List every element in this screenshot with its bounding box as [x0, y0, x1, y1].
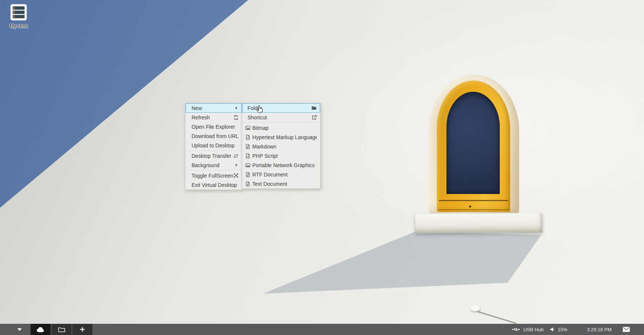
- submenu-item-shortcut[interactable]: Shortcut: [242, 113, 320, 122]
- taskbar-menu-button[interactable]: [14, 324, 25, 335]
- wallpaper-window-frame-edge: [438, 209, 509, 210]
- submenu-item-text-document[interactable]: Text Document: [242, 179, 320, 188]
- server-icon: [10, 4, 27, 21]
- clock-time: 3:29:18 PM: [587, 327, 612, 332]
- menu-item-new[interactable]: New: [186, 103, 242, 113]
- taskbar: USB Hub 15% 3:29:18 PM: [0, 324, 644, 335]
- submenu-item-html[interactable]: Hypertext Markup Language: [242, 132, 320, 142]
- taskbar-status-area: USB Hub 15% 3:29:18 PM: [512, 327, 644, 332]
- menu-item-refresh[interactable]: Refresh: [186, 113, 242, 122]
- text-file-icon: [245, 144, 250, 149]
- taskbar-app-file-explorer[interactable]: [51, 324, 72, 335]
- notifications-button[interactable]: [623, 327, 630, 332]
- folder-icon: [58, 327, 65, 332]
- caret-down-icon: [17, 328, 22, 331]
- external-link-icon: [312, 115, 317, 120]
- volume-status[interactable]: 15%: [550, 327, 567, 332]
- desktop-context-menu: New Refresh Open File Explorer Download …: [185, 103, 242, 190]
- new-submenu: Folder Shortcut Bitmap Hypertext Markup …: [242, 103, 321, 189]
- menu-item-upload-to-desktop[interactable]: Upload to Desktop: [186, 141, 242, 150]
- speaker-icon: [550, 327, 555, 332]
- image-file-icon: [245, 163, 250, 168]
- taskbar-app-cloud[interactable]: [31, 324, 51, 335]
- menu-separator: [186, 170, 242, 170]
- plus-icon: [80, 327, 85, 332]
- menu-separator: [186, 150, 242, 151]
- usb-hub-label: USB Hub: [523, 327, 543, 332]
- wallpaper-window-glass: [446, 92, 500, 194]
- menu-item-background[interactable]: Background: [186, 160, 242, 170]
- caret-right-icon: [234, 106, 239, 110]
- menu-item-desktop-transfer[interactable]: Desktop Transfer: [186, 151, 242, 160]
- code-file-icon: [245, 135, 250, 140]
- submenu-item-folder[interactable]: Folder: [242, 103, 320, 113]
- taskbar-apps: [31, 324, 92, 335]
- code-file-icon: [245, 153, 250, 159]
- usb-hub-status[interactable]: USB Hub: [512, 327, 543, 332]
- cloud-icon: [37, 326, 45, 332]
- menu-separator: [242, 122, 320, 123]
- submenu-item-rtf-document[interactable]: RTF Document: [242, 170, 320, 179]
- menu-item-toggle-fullscreen[interactable]: Toggle FullScreen: [186, 171, 242, 180]
- taskbar-app-new-window[interactable]: [72, 324, 92, 335]
- desktop-icon-my-host[interactable]: My Host: [3, 4, 34, 29]
- usb-icon: [512, 327, 520, 332]
- folder-open-icon: [311, 106, 317, 111]
- expand-icon: [234, 173, 239, 178]
- submenu-item-php-script[interactable]: PHP Script: [242, 151, 320, 160]
- text-file-icon: [245, 181, 250, 187]
- menu-item-download-from-url[interactable]: Download from URL: [186, 131, 242, 141]
- caret-right-icon: [234, 163, 239, 167]
- wallpaper-window-frame-line: [439, 200, 508, 201]
- wallpaper-window-sill: [415, 213, 542, 234]
- wallpaper-wall-fixture: [470, 305, 480, 311]
- menu-item-exit-virtual-desktop[interactable]: Exit Virtual Desktop: [186, 180, 242, 190]
- exchange-icon: [233, 153, 239, 159]
- envelope-icon: [623, 327, 630, 332]
- virtual-desktop-screen: My Host New Refresh Open File Explorer D…: [0, 0, 644, 335]
- image-file-icon: [245, 125, 250, 131]
- refresh-icon: [233, 115, 239, 120]
- text-file-icon: [245, 172, 250, 177]
- clock[interactable]: 3:29:18 PM: [587, 327, 612, 332]
- submenu-item-png[interactable]: Portable Network Graphics: [242, 160, 320, 170]
- submenu-item-bitmap[interactable]: Bitmap: [242, 123, 320, 132]
- desktop-icon-label: My Host: [10, 23, 28, 29]
- wallpaper-window-keyhole: [469, 206, 471, 207]
- volume-percent: 15%: [558, 327, 567, 332]
- menu-item-open-file-explorer[interactable]: Open File Explorer: [186, 122, 242, 131]
- submenu-item-markdown[interactable]: Markdown: [242, 142, 320, 151]
